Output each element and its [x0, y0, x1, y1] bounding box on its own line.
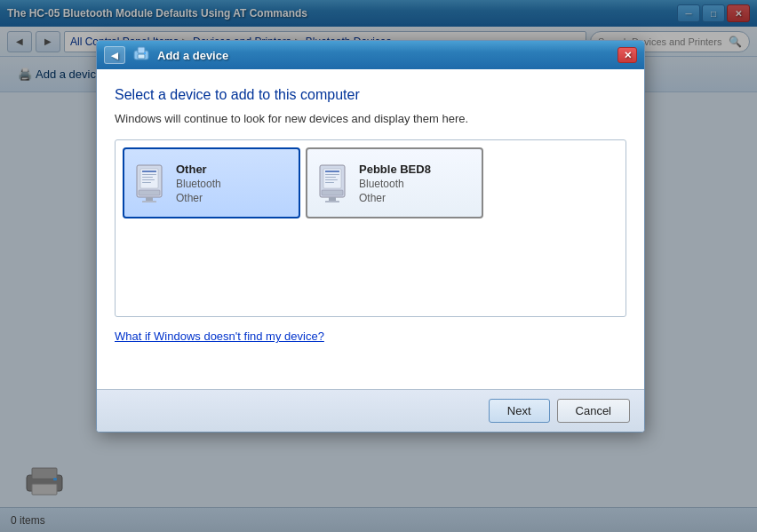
dialog-title: Add a device	[157, 49, 228, 62]
svg-rect-7	[144, 52, 146, 54]
device-info-other: Other Bluetooth Other	[176, 163, 221, 204]
svg-rect-20	[325, 171, 339, 172]
dialog-back-button[interactable]: ◀	[104, 46, 125, 64]
svg-rect-6	[138, 54, 145, 59]
device-item-pebble[interactable]: Pebble BED8 Bluetooth Other	[306, 147, 483, 218]
svg-rect-13	[142, 179, 155, 180]
device-name-pebble: Pebble BED8	[359, 163, 431, 176]
svg-rect-5	[138, 47, 145, 53]
svg-rect-16	[146, 197, 153, 201]
dialog-icon	[132, 45, 150, 66]
svg-rect-14	[142, 182, 151, 183]
svg-rect-26	[329, 197, 336, 201]
device-type1-pebble: Bluetooth	[359, 178, 431, 190]
device-type1-other: Bluetooth	[176, 178, 221, 190]
dialog-close-button[interactable]: ✕	[618, 47, 637, 63]
svg-rect-10	[142, 171, 156, 172]
device-info-pebble: Pebble BED8 Bluetooth Other	[359, 163, 431, 204]
dialog-title-bar: ◀ Add a device ✕	[97, 41, 644, 69]
svg-rect-21	[325, 174, 339, 175]
add-device-dialog: ◀ Add a device ✕ Select a device to add …	[96, 40, 645, 433]
svg-rect-17	[142, 201, 156, 202]
svg-rect-23	[325, 179, 338, 180]
next-button[interactable]: Next	[489, 399, 550, 423]
dialog-footer: Next Cancel	[97, 389, 644, 432]
device-list: Other Bluetooth Other	[115, 139, 626, 317]
dialog-heading: Select a device to add to this computer	[115, 87, 626, 103]
device-name-other: Other	[176, 163, 221, 176]
device-item-other[interactable]: Other Bluetooth Other	[123, 147, 300, 218]
device-icon-pebble	[315, 162, 350, 204]
svg-rect-11	[142, 174, 156, 175]
svg-rect-22	[325, 177, 336, 178]
svg-rect-24	[325, 182, 334, 183]
svg-rect-25	[322, 190, 343, 195]
find-device-link[interactable]: What if Windows doesn't find my device?	[115, 330, 324, 343]
dialog-body: Select a device to add to this computer …	[97, 69, 644, 389]
svg-rect-27	[325, 201, 339, 202]
device-icon-other	[131, 162, 167, 204]
device-type2-pebble: Other	[359, 192, 431, 204]
device-type2-other: Other	[176, 192, 221, 204]
svg-rect-12	[142, 177, 153, 178]
svg-rect-15	[139, 190, 160, 195]
dialog-subtext: Windows will continue to look for new de…	[115, 112, 626, 125]
cancel-button[interactable]: Cancel	[557, 399, 630, 423]
